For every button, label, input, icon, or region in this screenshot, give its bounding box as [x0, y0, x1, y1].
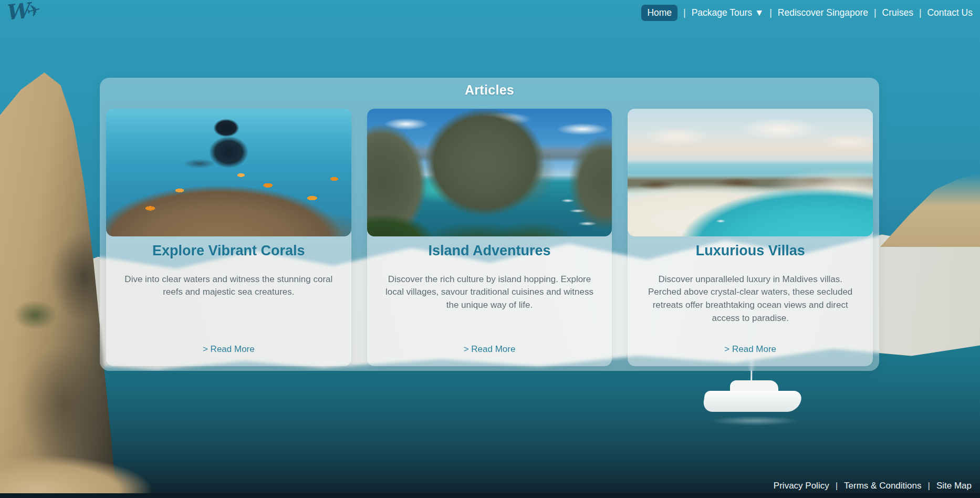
nav-item-rediscover-singapore[interactable]: Rediscover Singapore [778, 7, 868, 18]
footer-separator: | [836, 481, 838, 491]
footer-link-site-map[interactable]: Site Map [936, 481, 972, 491]
nav-item-cruises[interactable]: Cruises [882, 7, 913, 18]
nav-item-package-tours[interactable]: Package Tours ▼ [692, 7, 764, 18]
read-more-link-villas[interactable]: > Read More [628, 344, 873, 355]
read-more-link-corals[interactable]: > Read More [106, 344, 351, 355]
card-description: Dive into clear waters and witness the s… [121, 273, 337, 299]
footer-link-privacy-policy[interactable]: Privacy Policy [774, 481, 829, 491]
card-title: Luxurious Villas [628, 243, 873, 259]
top-navigation: Home | Package Tours ▼ | Rediscover Sing… [641, 5, 973, 21]
article-card-luxurious-villas: Luxurious Villas Discover unparalleled l… [628, 109, 873, 366]
travel-home-page: W ✈ Home | Package Tours ▼ | Rediscover … [0, 0, 980, 498]
site-logo[interactable]: W ✈ [5, 0, 41, 23]
nav-separator: | [769, 7, 772, 18]
bottom-dark-strip [0, 493, 980, 498]
article-card-corals: Explore Vibrant Corals Dive into clear w… [106, 109, 351, 366]
catamaran-hull [702, 391, 802, 412]
card-image-corals [106, 109, 351, 236]
footer-separator: | [927, 481, 930, 491]
background-bottom-left-rocks [0, 448, 210, 498]
read-more-link-island[interactable]: > Read More [367, 344, 612, 355]
nav-separator: | [683, 7, 686, 18]
card-image-maldives-villas [628, 109, 873, 236]
articles-heading: Articles [100, 82, 879, 98]
card-description: Discover the rich culture by island hopp… [382, 273, 598, 312]
card-image-island-lagoon [367, 109, 612, 236]
card-description: Discover unparalleled luxury in Maldives… [642, 273, 858, 325]
articles-panel: Articles Explore Vibrant Corals Dive int… [100, 78, 879, 371]
nav-separator: | [919, 7, 922, 18]
card-title: Island Adventures [367, 243, 612, 259]
article-card-island-adventures: Island Adventures Discover the rich cult… [367, 109, 612, 366]
nav-separator: | [874, 7, 877, 18]
nav-item-contact-us[interactable]: Contact Us [927, 7, 973, 18]
footer-link-terms-conditions[interactable]: Terms & Conditions [844, 481, 921, 491]
footer-links: Privacy Policy | Terms & Conditions | Si… [774, 481, 972, 491]
nav-item-home[interactable]: Home [641, 5, 677, 21]
catamaran-reflection [710, 416, 799, 426]
card-title: Explore Vibrant Corals [106, 243, 351, 259]
article-cards-row: Explore Vibrant Corals Dive into clear w… [100, 109, 879, 366]
